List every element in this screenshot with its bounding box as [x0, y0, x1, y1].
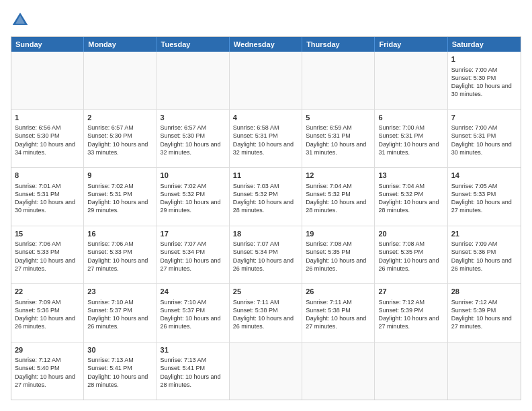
day-number: 2 — [87, 113, 152, 123]
sunset-text: Sunset: 5:37 PM — [161, 306, 226, 314]
day-cell-20: 20Sunrise: 7:08 AMSunset: 5:35 PMDayligh… — [375, 226, 447, 284]
sunrise-text: Sunrise: 7:00 AM — [451, 124, 517, 132]
sunrise-text: Sunrise: 7:04 AM — [306, 182, 371, 190]
empty-cell — [230, 342, 302, 400]
day-number: 20 — [378, 229, 443, 239]
calendar-row-4: 22Sunrise: 7:09 AMSunset: 5:36 PMDayligh… — [11, 284, 521, 342]
day-cell-26: 26Sunrise: 7:11 AMSunset: 5:38 PMDayligh… — [302, 284, 375, 342]
sunrise-text: Sunrise: 7:02 AM — [161, 182, 226, 190]
sunrise-text: Sunrise: 7:13 AM — [161, 356, 226, 364]
sunset-text: Sunset: 5:37 PM — [87, 306, 152, 314]
sunrise-text: Sunrise: 7:09 AM — [451, 240, 517, 248]
day-cell-2: 2Sunrise: 6:57 AMSunset: 5:30 PMDaylight… — [84, 110, 157, 168]
daylight-text: Daylight: 10 hours and 26 minutes. — [306, 257, 371, 273]
daylight-text: Daylight: 10 hours and 30 minutes. — [451, 140, 517, 156]
empty-cell — [230, 52, 302, 109]
calendar-row-3: 15Sunrise: 7:06 AMSunset: 5:33 PMDayligh… — [11, 226, 521, 285]
daylight-text: Daylight: 10 hours and 27 minutes. — [306, 314, 371, 330]
day-cell-25: 25Sunrise: 7:11 AMSunset: 5:38 PMDayligh… — [230, 284, 302, 342]
sunrise-text: Sunrise: 7:10 AM — [87, 298, 152, 306]
day-cell-8: 8Sunrise: 7:01 AMSunset: 5:31 PMDaylight… — [11, 168, 84, 226]
sunset-text: Sunset: 5:38 PM — [306, 306, 371, 314]
day-cell-30: 30Sunrise: 7:13 AMSunset: 5:41 PMDayligh… — [84, 342, 157, 400]
daylight-text: Daylight: 10 hours and 30 minutes. — [451, 82, 517, 98]
day-number: 10 — [161, 171, 226, 181]
empty-cell — [375, 342, 447, 400]
sunrise-text: Sunrise: 7:06 AM — [15, 240, 80, 248]
day-cell-13: 13Sunrise: 7:04 AMSunset: 5:32 PMDayligh… — [375, 168, 447, 226]
day-header-wednesday: Wednesday — [230, 37, 302, 52]
day-number: 12 — [306, 171, 371, 181]
day-number: 24 — [161, 287, 226, 297]
sunset-text: Sunset: 5:31 PM — [15, 190, 80, 198]
day-cell-15: 15Sunrise: 7:06 AMSunset: 5:33 PMDayligh… — [11, 226, 84, 284]
sunrise-text: Sunrise: 6:57 AM — [161, 124, 226, 132]
day-number: 25 — [233, 287, 298, 297]
day-cell-7: 7Sunrise: 7:00 AMSunset: 5:31 PMDaylight… — [448, 110, 521, 168]
sunset-text: Sunset: 5:30 PM — [161, 132, 226, 140]
day-cell-1: 1Sunrise: 6:56 AMSunset: 5:30 PMDaylight… — [11, 110, 84, 168]
day-header-friday: Friday — [375, 37, 447, 52]
day-number: 28 — [451, 287, 517, 297]
day-number: 8 — [15, 171, 80, 181]
day-cell-31: 31Sunrise: 7:13 AMSunset: 5:41 PMDayligh… — [157, 342, 230, 400]
sunset-text: Sunset: 5:39 PM — [378, 306, 443, 314]
day-cell-11: 11Sunrise: 7:03 AMSunset: 5:32 PMDayligh… — [230, 168, 302, 226]
sunset-text: Sunset: 5:30 PM — [451, 74, 517, 82]
day-cell-27: 27Sunrise: 7:12 AMSunset: 5:39 PMDayligh… — [375, 284, 447, 342]
sunset-text: Sunset: 5:39 PM — [451, 306, 517, 314]
sunset-text: Sunset: 5:31 PM — [306, 132, 371, 140]
day-cell-1: 1Sunrise: 7:00 AMSunset: 5:30 PMDaylight… — [448, 52, 521, 109]
daylight-text: Daylight: 10 hours and 30 minutes. — [15, 198, 80, 214]
day-cell-14: 14Sunrise: 7:05 AMSunset: 5:33 PMDayligh… — [448, 168, 521, 226]
sunrise-text: Sunrise: 7:00 AM — [378, 124, 443, 132]
sunset-text: Sunset: 5:34 PM — [233, 248, 298, 256]
calendar-row-0: 1Sunrise: 7:00 AMSunset: 5:30 PMDaylight… — [11, 52, 521, 110]
sunrise-text: Sunrise: 7:08 AM — [378, 240, 443, 248]
day-number: 14 — [451, 171, 517, 181]
sunset-text: Sunset: 5:32 PM — [306, 190, 371, 198]
daylight-text: Daylight: 10 hours and 27 minutes. — [161, 257, 226, 273]
day-number: 23 — [87, 287, 152, 297]
calendar: SundayMondayTuesdayWednesdayThursdayFrid… — [11, 36, 521, 400]
page: SundayMondayTuesdayWednesdayThursdayFrid… — [0, 0, 532, 411]
sunset-text: Sunset: 5:31 PM — [451, 132, 517, 140]
sunrise-text: Sunrise: 6:57 AM — [87, 124, 152, 132]
day-cell-28: 28Sunrise: 7:12 AMSunset: 5:39 PMDayligh… — [448, 284, 521, 342]
empty-cell — [157, 52, 230, 109]
daylight-text: Daylight: 10 hours and 27 minutes. — [451, 198, 517, 214]
day-cell-24: 24Sunrise: 7:10 AMSunset: 5:37 PMDayligh… — [157, 284, 230, 342]
sunset-text: Sunset: 5:33 PM — [15, 248, 80, 256]
day-number: 7 — [451, 113, 517, 123]
daylight-text: Daylight: 10 hours and 28 minutes. — [378, 198, 443, 214]
calendar-row-5: 29Sunrise: 7:12 AMSunset: 5:40 PMDayligh… — [11, 342, 521, 400]
daylight-text: Daylight: 10 hours and 29 minutes. — [87, 198, 152, 214]
sunset-text: Sunset: 5:32 PM — [378, 190, 443, 198]
empty-cell — [302, 52, 375, 109]
daylight-text: Daylight: 10 hours and 32 minutes. — [233, 140, 298, 156]
header — [11, 11, 521, 30]
day-cell-4: 4Sunrise: 6:58 AMSunset: 5:31 PMDaylight… — [230, 110, 302, 168]
daylight-text: Daylight: 10 hours and 27 minutes. — [451, 314, 517, 330]
sunrise-text: Sunrise: 7:07 AM — [161, 240, 226, 248]
sunset-text: Sunset: 5:41 PM — [87, 364, 152, 372]
sunset-text: Sunset: 5:36 PM — [451, 248, 517, 256]
day-number: 9 — [87, 171, 152, 181]
sunset-text: Sunset: 5:36 PM — [15, 306, 80, 314]
day-header-thursday: Thursday — [302, 37, 375, 52]
day-number: 6 — [378, 113, 443, 123]
day-number: 30 — [87, 345, 152, 355]
sunset-text: Sunset: 5:32 PM — [233, 190, 298, 198]
logo-icon — [11, 11, 30, 30]
empty-cell — [84, 52, 157, 109]
day-header-sunday: Sunday — [11, 37, 84, 52]
daylight-text: Daylight: 10 hours and 28 minutes. — [87, 373, 152, 389]
sunrise-text: Sunrise: 7:00 AM — [451, 66, 517, 74]
sunrise-text: Sunrise: 7:12 AM — [451, 298, 517, 306]
day-number: 1 — [451, 54, 517, 64]
sunset-text: Sunset: 5:38 PM — [233, 306, 298, 314]
empty-cell — [302, 342, 375, 400]
empty-cell — [11, 52, 84, 109]
day-number: 11 — [233, 171, 298, 181]
day-number: 1 — [15, 113, 80, 123]
